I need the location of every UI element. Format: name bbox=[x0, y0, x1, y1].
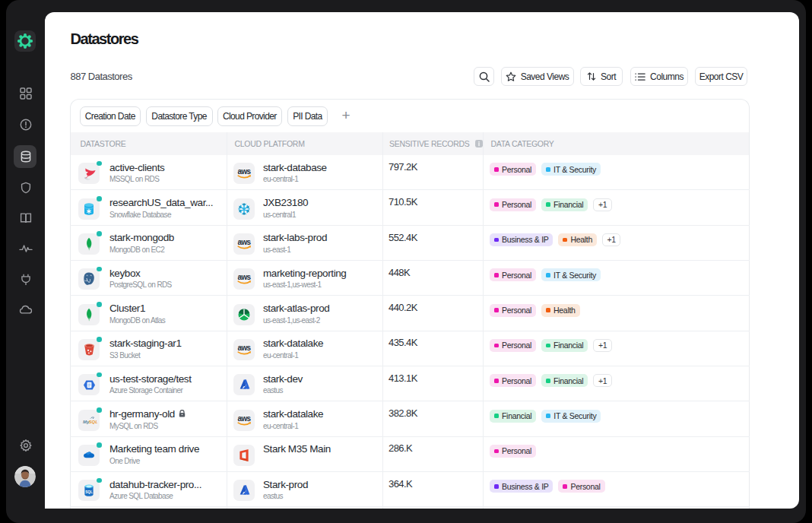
svg-text:SQL: SQL bbox=[89, 419, 98, 423]
svg-text:aws: aws bbox=[237, 167, 251, 176]
svg-text:SQL: SQL bbox=[85, 490, 93, 494]
svg-text:aws: aws bbox=[237, 414, 251, 423]
svg-text:aws: aws bbox=[237, 238, 251, 246]
svg-text:aws: aws bbox=[237, 344, 251, 352]
svg-text:aws: aws bbox=[237, 273, 251, 281]
